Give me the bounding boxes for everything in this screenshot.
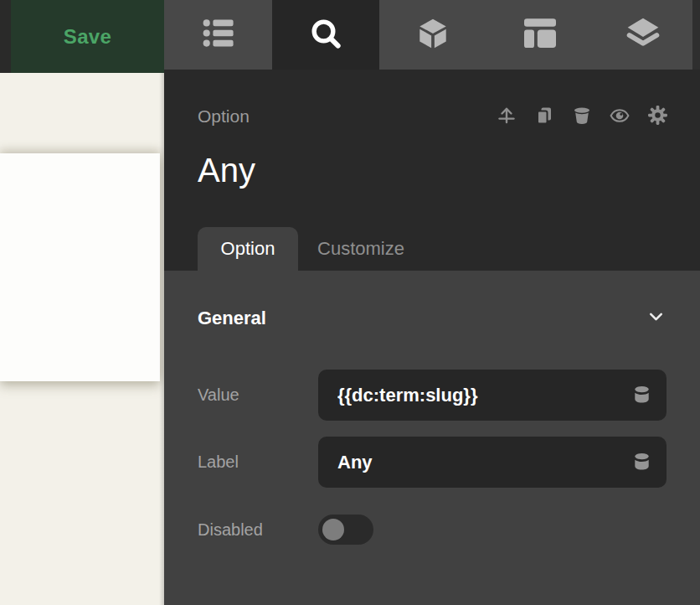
inspector-header: Option	[164, 70, 700, 271]
save-button-label: Save	[64, 25, 111, 49]
topbar: Save	[0, 0, 700, 73]
field-row-label: Label	[198, 437, 667, 488]
tab-elements[interactable]	[379, 0, 486, 70]
settings-button[interactable]	[647, 106, 667, 127]
disabled-field-label: Disabled	[198, 520, 318, 540]
inspector-body: General Value	[164, 271, 700, 605]
tab-option-label: Option	[221, 238, 275, 260]
move-up-button[interactable]	[497, 106, 517, 127]
database-icon	[633, 463, 651, 475]
tab-layout[interactable]	[486, 0, 594, 70]
section-general-title: General	[198, 308, 266, 329]
field-row-disabled: Disabled	[198, 515, 667, 545]
tab-option[interactable]: Option	[198, 227, 298, 271]
label-dynamic-data-button[interactable]	[633, 452, 651, 473]
element-actions	[497, 106, 667, 127]
inspector-panel: Option	[164, 70, 700, 605]
move-up-icon	[497, 106, 517, 128]
tab-structure[interactable]	[164, 0, 272, 70]
eye-icon	[609, 106, 631, 128]
field-row-value: Value	[198, 370, 667, 421]
window-edge-strip	[0, 0, 11, 73]
topbar-end-strip	[692, 0, 700, 70]
value-dynamic-data-button[interactable]	[633, 385, 651, 406]
toggle-knob	[322, 519, 344, 540]
label-input[interactable]	[318, 437, 667, 488]
duplicate-icon	[534, 106, 554, 128]
value-input[interactable]	[318, 370, 667, 421]
layers-icon	[625, 17, 661, 54]
database-icon	[633, 396, 651, 408]
save-button[interactable]: Save	[11, 0, 164, 73]
chevron-down-icon	[646, 306, 667, 330]
value-field-control	[318, 370, 667, 421]
list-icon	[203, 19, 234, 50]
inspector-tabs: Option Customize	[198, 227, 424, 271]
tab-customize[interactable]: Customize	[298, 227, 424, 271]
disabled-toggle[interactable]	[318, 515, 373, 545]
visibility-button[interactable]	[610, 106, 630, 127]
label-field-label: Label	[198, 452, 318, 472]
element-title: Any	[198, 152, 255, 189]
layout-icon	[524, 18, 556, 52]
canvas-preview[interactable]	[0, 73, 164, 605]
value-field-label: Value	[198, 385, 318, 405]
trash-icon	[572, 106, 592, 128]
duplicate-button[interactable]	[534, 106, 554, 127]
topbar-tabs	[164, 0, 700, 70]
builder-app: Save	[0, 0, 700, 605]
element-type-label: Option	[198, 106, 250, 127]
section-general-header[interactable]: General	[198, 271, 667, 330]
label-field-control	[318, 437, 667, 488]
tab-layers[interactable]	[594, 0, 692, 70]
search-icon	[309, 17, 342, 54]
tab-customize-label: Customize	[317, 238, 404, 260]
tab-search[interactable]	[272, 0, 379, 70]
canvas-section-card[interactable]	[0, 153, 160, 381]
gear-icon	[647, 105, 668, 128]
cube-icon	[416, 17, 450, 54]
delete-button[interactable]	[572, 106, 592, 127]
inspector-top-row: Option	[198, 106, 667, 127]
